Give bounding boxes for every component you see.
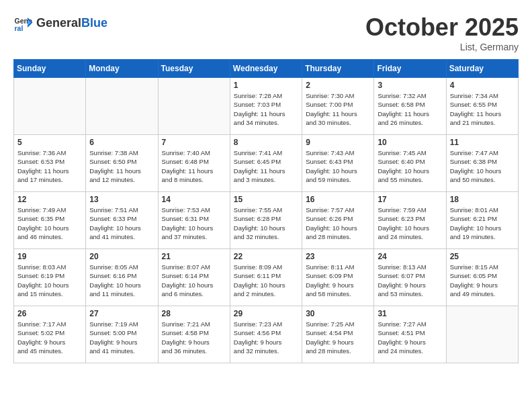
day-number: 25: [450, 252, 515, 261]
day-info: Sunrise: 8:09 AM Sunset: 6:11 PM Dayligh…: [234, 263, 298, 298]
day-cell-14: 14Sunrise: 7:53 AM Sunset: 6:31 PM Dayli…: [158, 192, 230, 249]
calendar: SundayMondayTuesdayWednesdayThursdayFrid…: [13, 59, 519, 363]
day-info: Sunrise: 7:57 AM Sunset: 6:26 PM Dayligh…: [306, 205, 370, 241]
day-info: Sunrise: 7:34 AM Sunset: 6:55 PM Dayligh…: [450, 91, 515, 127]
day-number: 20: [89, 252, 154, 261]
header: Gene ral GeneralBlue October 2025 List, …: [13, 13, 519, 52]
day-number: 5: [17, 138, 82, 147]
day-number: 11: [450, 138, 515, 147]
day-cell-21: 21Sunrise: 8:07 AM Sunset: 6:14 PM Dayli…: [158, 249, 230, 306]
day-info: Sunrise: 7:30 AM Sunset: 7:00 PM Dayligh…: [306, 91, 370, 127]
svg-text:ral: ral: [15, 24, 24, 32]
day-number: 16: [306, 195, 370, 204]
day-cell-3: 3Sunrise: 7:32 AM Sunset: 6:58 PM Daylig…: [374, 78, 446, 135]
day-header-tuesday: Tuesday: [158, 60, 230, 78]
day-info: Sunrise: 7:55 AM Sunset: 6:28 PM Dayligh…: [234, 205, 298, 241]
day-number: 27: [89, 309, 154, 318]
day-number: 4: [450, 81, 515, 90]
day-info: Sunrise: 8:03 AM Sunset: 6:19 PM Dayligh…: [17, 263, 82, 298]
day-header-friday: Friday: [374, 60, 446, 78]
day-number: 31: [378, 309, 442, 318]
day-info: Sunrise: 7:53 AM Sunset: 6:31 PM Dayligh…: [162, 205, 226, 241]
day-info: Sunrise: 7:43 AM Sunset: 6:43 PM Dayligh…: [306, 148, 370, 184]
day-number: 6: [89, 138, 154, 147]
day-cell-12: 12Sunrise: 7:49 AM Sunset: 6:35 PM Dayli…: [14, 192, 86, 249]
day-cell-31: 31Sunrise: 7:27 AM Sunset: 4:51 PM Dayli…: [374, 306, 446, 363]
location: List, Germany: [365, 42, 519, 52]
day-number: 22: [234, 252, 298, 261]
day-cell-17: 17Sunrise: 7:59 AM Sunset: 6:23 PM Dayli…: [374, 192, 446, 249]
day-cell-16: 16Sunrise: 7:57 AM Sunset: 6:26 PM Dayli…: [302, 192, 374, 249]
day-info: Sunrise: 8:05 AM Sunset: 6:16 PM Dayligh…: [89, 263, 154, 298]
day-cell-30: 30Sunrise: 7:25 AM Sunset: 4:54 PM Dayli…: [302, 306, 374, 363]
day-info: Sunrise: 7:32 AM Sunset: 6:58 PM Dayligh…: [378, 91, 442, 127]
week-row-3: 12Sunrise: 7:49 AM Sunset: 6:35 PM Dayli…: [14, 192, 519, 249]
day-number: 24: [378, 252, 442, 261]
day-info: Sunrise: 7:51 AM Sunset: 6:33 PM Dayligh…: [89, 205, 154, 241]
day-header-thursday: Thursday: [302, 60, 374, 78]
day-cell-5: 5Sunrise: 7:36 AM Sunset: 6:53 PM Daylig…: [14, 135, 86, 192]
month-title: October 2025: [365, 13, 519, 42]
day-info: Sunrise: 7:40 AM Sunset: 6:48 PM Dayligh…: [162, 148, 226, 184]
day-cell-29: 29Sunrise: 7:23 AM Sunset: 4:56 PM Dayli…: [230, 306, 302, 363]
day-number: 19: [17, 252, 82, 261]
day-number: 9: [306, 138, 370, 147]
week-row-4: 19Sunrise: 8:03 AM Sunset: 6:19 PM Dayli…: [14, 249, 519, 306]
day-number: 14: [162, 195, 226, 204]
day-number: 26: [17, 309, 82, 318]
day-info: Sunrise: 8:15 AM Sunset: 6:05 PM Dayligh…: [450, 263, 515, 298]
day-number: 15: [234, 195, 298, 204]
day-info: Sunrise: 7:59 AM Sunset: 6:23 PM Dayligh…: [378, 205, 442, 241]
day-cell-7: 7Sunrise: 7:40 AM Sunset: 6:48 PM Daylig…: [158, 135, 230, 192]
day-number: 17: [378, 195, 442, 204]
day-info: Sunrise: 7:17 AM Sunset: 5:02 PM Dayligh…: [17, 320, 82, 355]
day-info: Sunrise: 8:13 AM Sunset: 6:07 PM Dayligh…: [378, 263, 442, 298]
day-cell-4: 4Sunrise: 7:34 AM Sunset: 6:55 PM Daylig…: [446, 78, 518, 135]
day-cell-28: 28Sunrise: 7:21 AM Sunset: 4:58 PM Dayli…: [158, 306, 230, 363]
day-number: 28: [162, 309, 226, 318]
day-cell-19: 19Sunrise: 8:03 AM Sunset: 6:19 PM Dayli…: [14, 249, 86, 306]
day-cell-empty: [86, 78, 158, 135]
day-info: Sunrise: 7:41 AM Sunset: 6:45 PM Dayligh…: [234, 148, 298, 184]
day-number: 1: [234, 81, 298, 90]
day-cell-2: 2Sunrise: 7:30 AM Sunset: 7:00 PM Daylig…: [302, 78, 374, 135]
day-number: 2: [306, 81, 370, 90]
day-header-monday: Monday: [86, 60, 158, 78]
day-number: 30: [306, 309, 370, 318]
day-cell-6: 6Sunrise: 7:38 AM Sunset: 6:50 PM Daylig…: [86, 135, 158, 192]
days-header-row: SundayMondayTuesdayWednesdayThursdayFrid…: [14, 60, 519, 78]
day-number: 7: [162, 138, 226, 147]
day-header-saturday: Saturday: [446, 60, 518, 78]
day-info: Sunrise: 7:47 AM Sunset: 6:38 PM Dayligh…: [450, 148, 515, 184]
day-cell-9: 9Sunrise: 7:43 AM Sunset: 6:43 PM Daylig…: [302, 135, 374, 192]
day-number: 21: [162, 252, 226, 261]
day-header-sunday: Sunday: [14, 60, 86, 78]
day-info: Sunrise: 8:01 AM Sunset: 6:21 PM Dayligh…: [450, 205, 515, 241]
day-header-wednesday: Wednesday: [230, 60, 302, 78]
week-row-5: 26Sunrise: 7:17 AM Sunset: 5:02 PM Dayli…: [14, 306, 519, 363]
logo-blue-text: Blue: [81, 16, 107, 30]
day-info: Sunrise: 7:25 AM Sunset: 4:54 PM Dayligh…: [306, 320, 370, 355]
day-cell-22: 22Sunrise: 8:09 AM Sunset: 6:11 PM Dayli…: [230, 249, 302, 306]
day-number: 10: [378, 138, 442, 147]
day-info: Sunrise: 7:38 AM Sunset: 6:50 PM Dayligh…: [89, 148, 154, 184]
day-number: 8: [234, 138, 298, 147]
day-cell-18: 18Sunrise: 8:01 AM Sunset: 6:21 PM Dayli…: [446, 192, 518, 249]
day-number: 12: [17, 195, 82, 204]
day-cell-empty: [158, 78, 230, 135]
day-info: Sunrise: 8:07 AM Sunset: 6:14 PM Dayligh…: [162, 263, 226, 298]
title-area: October 2025 List, Germany: [365, 13, 519, 52]
day-number: 3: [378, 81, 442, 90]
day-cell-26: 26Sunrise: 7:17 AM Sunset: 5:02 PM Dayli…: [14, 306, 86, 363]
day-number: 29: [234, 309, 298, 318]
week-row-1: 1Sunrise: 7:28 AM Sunset: 7:03 PM Daylig…: [14, 78, 519, 135]
day-info: Sunrise: 7:49 AM Sunset: 6:35 PM Dayligh…: [17, 205, 82, 241]
day-cell-15: 15Sunrise: 7:55 AM Sunset: 6:28 PM Dayli…: [230, 192, 302, 249]
day-info: Sunrise: 7:28 AM Sunset: 7:03 PM Dayligh…: [234, 91, 298, 127]
day-info: Sunrise: 7:36 AM Sunset: 6:53 PM Dayligh…: [17, 148, 82, 184]
day-cell-11: 11Sunrise: 7:47 AM Sunset: 6:38 PM Dayli…: [446, 135, 518, 192]
day-cell-20: 20Sunrise: 8:05 AM Sunset: 6:16 PM Dayli…: [86, 249, 158, 306]
week-row-2: 5Sunrise: 7:36 AM Sunset: 6:53 PM Daylig…: [14, 135, 519, 192]
day-cell-1: 1Sunrise: 7:28 AM Sunset: 7:03 PM Daylig…: [230, 78, 302, 135]
day-cell-13: 13Sunrise: 7:51 AM Sunset: 6:33 PM Dayli…: [86, 192, 158, 249]
